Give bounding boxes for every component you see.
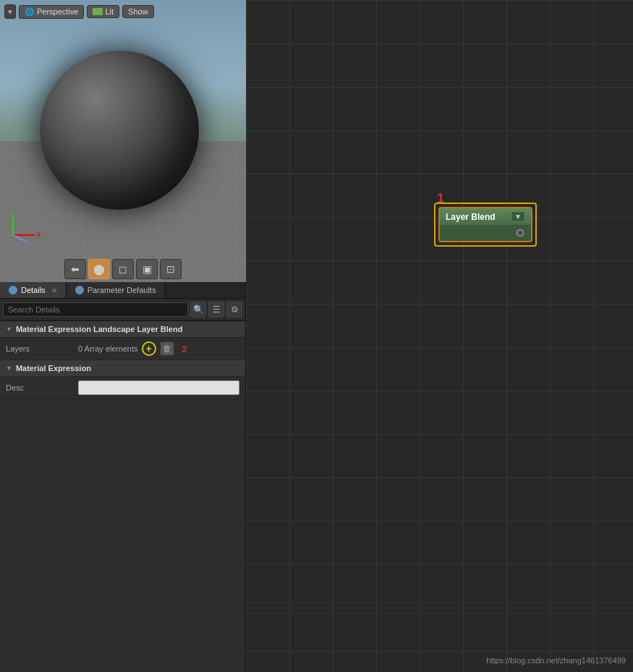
layers-value: 0 Array elements + 🗑 2 [78,341,239,356]
left-panel: ▼ 🌐 Perspective Lit Show [0,0,246,672]
canvas-grid [246,0,633,672]
details-tab-close[interactable]: ✕ [51,286,57,294]
viewport-bottom-toolbar: ⬅ ⬤ ◻ ▣ ⊡ [64,259,182,279]
axes-svg: X Z [6,213,42,242]
array-info: 0 Array elements [78,344,138,353]
viewport-toolbar: ▼ 🌐 Perspective Lit Show [4,4,154,19]
desc-input[interactable] [78,380,239,395]
add-array-element-button[interactable]: + [142,341,156,356]
vp-btn-plane[interactable]: ▣ [136,259,158,279]
settings-button[interactable]: ⚙ [226,302,242,318]
delete-array-element-button[interactable]: 🗑 [160,341,174,356]
svg-line-2 [13,235,27,242]
param-tab-icon [75,286,84,294]
node-title: Layer Blend [446,212,496,222]
search-button[interactable]: 🔍 [190,302,206,318]
search-input[interactable] [3,302,188,317]
watermark: https://blog.csdn.net/zhang1461376499 [486,656,626,665]
viewport: ▼ 🌐 Perspective Lit Show [0,0,246,282]
perspective-label: Perspective [37,7,78,16]
axes-indicator: X Z [6,213,42,242]
details-tab-label: Details [21,286,46,294]
node-header: Layer Blend ▼ [440,208,531,225]
node-output [440,225,531,241]
node-output-pin[interactable] [515,228,525,238]
desc-property-row: Desc [0,377,245,399]
node-dropdown-button[interactable]: ▼ [511,211,525,222]
perspective-icon: 🌐 [25,7,35,17]
node-number: 1 [437,191,444,206]
section-layer-blend-header[interactable]: ▼ Material Expression Landscape Layer Bl… [0,321,245,338]
node-container[interactable]: 1 Layer Blend ▼ [434,203,537,247]
section-layer-blend-title: Material Expression Landscape Layer Blen… [16,325,182,333]
vp-btn-sphere[interactable]: ⬤ [88,259,110,279]
svg-text:X: X [36,231,41,239]
tab-bar: Details ✕ Parameter Defaults [0,282,245,299]
perspective-button[interactable]: 🌐 Perspective [19,5,84,19]
desc-value [78,380,239,395]
vp-btn-cylinder[interactable]: ⊡ [160,259,182,279]
sphere-preview [40,51,199,210]
details-panel: Details ✕ Parameter Defaults 🔍 ☰ ⚙ ▼ Mat… [0,282,245,672]
lit-button[interactable]: Lit [87,5,119,18]
search-bar: 🔍 ☰ ⚙ [0,299,245,321]
param-tab-label: Parameter Defaults [88,286,156,294]
filter-button[interactable]: ☰ [208,302,224,318]
tab-details[interactable]: Details ✕ [0,282,67,298]
viewport-dropdown-arrow[interactable]: ▼ [4,4,16,19]
node-box: Layer Blend ▼ [438,207,532,242]
desc-label: Desc [6,383,78,392]
layers-label: Layers [6,344,78,353]
section-material-expression-title: Material Expression [16,364,91,373]
section-material-expression-header[interactable]: ▼ Material Expression [0,360,245,377]
show-label: Show [128,7,148,16]
lit-icon [93,8,103,15]
details-tab-icon [9,286,17,294]
section-material-expression-arrow: ▼ [6,365,12,372]
svg-text:Z: Z [10,213,14,218]
number-label: 2 [182,344,187,354]
main-layout: ▼ 🌐 Perspective Lit Show [0,0,633,672]
lit-label: Lit [105,7,114,16]
tab-parameter-defaults[interactable]: Parameter Defaults [67,282,166,298]
show-button[interactable]: Show [122,5,154,18]
layers-property-row: Layers 0 Array elements + 🗑 2 [0,338,245,360]
node-pin-inner [518,231,522,235]
vp-btn-move[interactable]: ⬅ [64,259,86,279]
vp-btn-checkerboard[interactable]: ◻ [112,259,134,279]
section-arrow-icon: ▼ [6,326,12,333]
right-canvas[interactable]: 1 Layer Blend ▼ https://blog.csdn.net/zh… [246,0,633,672]
